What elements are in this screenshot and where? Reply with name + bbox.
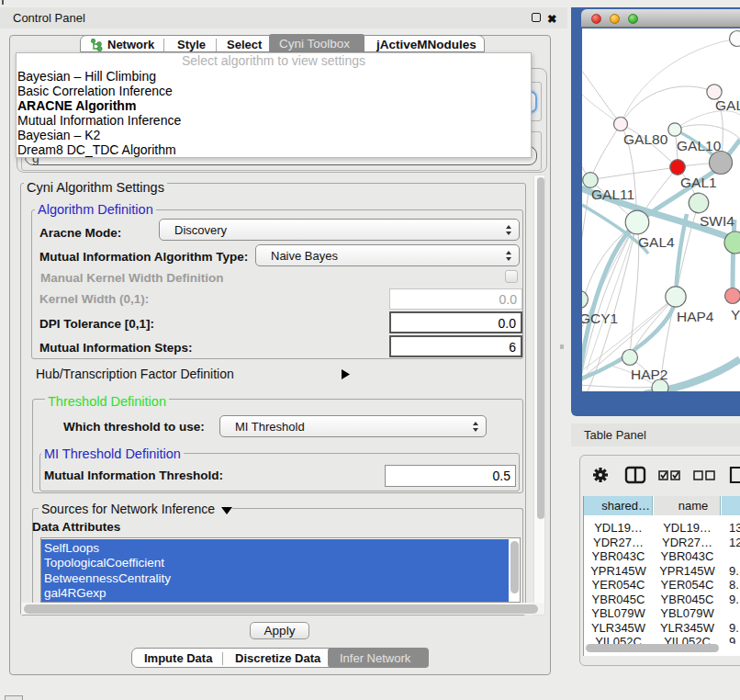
svg-text:SWI4: SWI4 (700, 213, 734, 229)
svg-text:GAL1: GAL1 (680, 175, 717, 190)
svg-text:GAL10: GAL10 (677, 138, 722, 153)
svg-text:Y: Y (731, 307, 740, 322)
svg-text:HAP4: HAP4 (677, 309, 714, 324)
svg-text:HAP2: HAP2 (631, 367, 668, 382)
svg-text:GAL: GAL (715, 97, 740, 113)
svg-text:GAL11: GAL11 (591, 186, 634, 202)
svg-text:GAL80: GAL80 (623, 131, 668, 147)
svg-text:GCY1: GCY1 (582, 310, 618, 326)
svg-text:GAL4: GAL4 (638, 234, 675, 250)
